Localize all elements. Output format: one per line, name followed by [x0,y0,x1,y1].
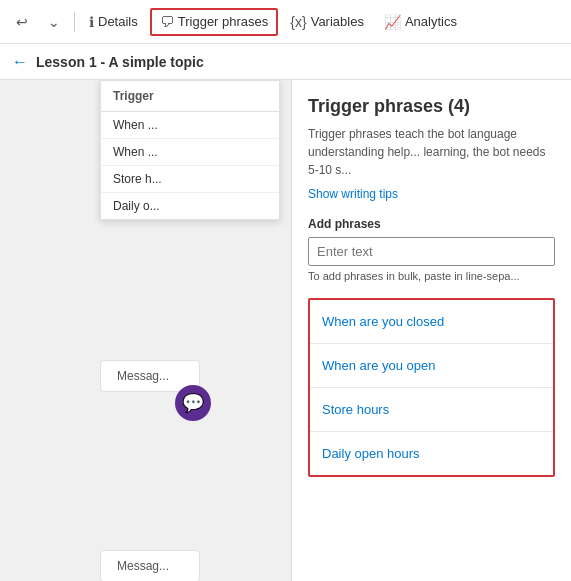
undo-dropdown-button[interactable]: ⌄ [40,10,68,34]
message-label-2: Messag... [117,559,169,573]
dropdown-item-4[interactable]: Daily o... [101,193,279,219]
variables-label: Variables [311,14,364,29]
dropdown-header: Trigger [101,81,279,112]
phrase-item-1[interactable]: When are you closed [310,300,553,344]
show-tips-link[interactable]: Show writing tips [292,187,571,213]
dropdown-item-3[interactable]: Store h... [101,166,279,193]
toolbar: ↩ ⌄ ℹ Details 🗩 Trigger phrases {x} Vari… [0,0,571,44]
variables-button[interactable]: {x} Variables [282,10,372,34]
analytics-icon: 📈 [384,14,401,30]
analytics-button[interactable]: 📈 Analytics [376,10,465,34]
phrase-item-3[interactable]: Store hours [310,388,553,432]
panel-description: Trigger phrases teach the bot language u… [292,125,571,187]
back-button[interactable]: ← [12,53,28,71]
add-phrases-label: Add phrases [292,213,571,237]
main-area: Trigger When ... When ... Store h... Dai… [0,80,571,581]
dropdown-item-1[interactable]: When ... [101,112,279,139]
phrase-item-2[interactable]: When are you open [310,344,553,388]
dropdown-item-2[interactable]: When ... [101,139,279,166]
undo-button[interactable]: ↩ [8,10,36,34]
trigger-phrases-label: Trigger phrases [178,14,269,29]
trigger-dropdown-panel: Trigger When ... When ... Store h... Dai… [100,80,280,220]
message-label-1: Messag... [117,369,169,383]
page-title: Lesson 1 - A simple topic [36,54,204,70]
breadcrumb-bar: ← Lesson 1 - A simple topic [0,44,571,80]
details-label: Details [98,14,138,29]
chat-bubble-icon: 💬 [175,385,211,421]
trigger-phrases-button[interactable]: 🗩 Trigger phrases [150,8,279,36]
phrase-item-4[interactable]: Daily open hours [310,432,553,475]
panel-title: Trigger phrases (4) [292,80,571,125]
right-panel: Trigger phrases (4) Trigger phrases teac… [291,80,571,581]
info-icon: ℹ [89,14,94,30]
analytics-label: Analytics [405,14,457,29]
trigger-icon: 🗩 [160,14,174,30]
variables-icon: {x} [290,14,306,30]
message-node-2: Messag... [100,550,200,581]
bulk-paste-hint: To add phrases in bulk, paste in line-se… [292,270,571,294]
details-button[interactable]: ℹ Details [81,10,146,34]
chevron-down-icon: ⌄ [48,14,60,30]
undo-icon: ↩ [16,14,28,30]
canvas-area: Trigger When ... When ... Store h... Dai… [0,80,291,581]
enter-text-input[interactable] [308,237,555,266]
chat-icon-node[interactable]: 💬 [175,385,211,421]
separator-1 [74,12,75,32]
phrases-list: When are you closed When are you open St… [308,298,555,477]
